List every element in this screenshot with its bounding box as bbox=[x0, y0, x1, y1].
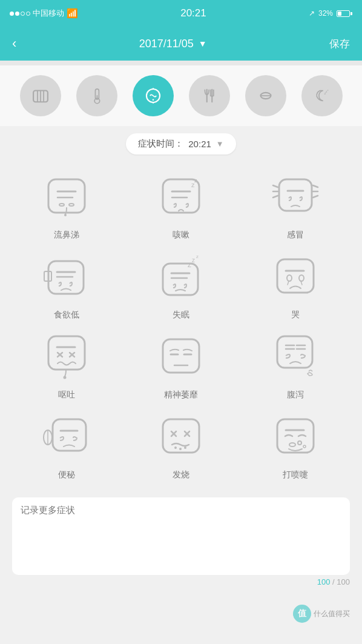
svg-rect-44 bbox=[163, 264, 198, 295]
time-selector-arrow[interactable]: ▼ bbox=[216, 139, 224, 148]
symptom-cough[interactable]: z z 咳嗽 bbox=[127, 170, 235, 241]
diarrhea-icon bbox=[268, 330, 323, 385]
svg-line-32 bbox=[313, 185, 318, 187]
svg-text:z: z bbox=[192, 257, 195, 264]
svg-point-49 bbox=[287, 275, 292, 281]
symptom-fatigue[interactable]: 精神萎靡 bbox=[127, 330, 235, 400]
tab-sleep[interactable]: z z z bbox=[301, 75, 343, 116]
watermark-icon: 值 bbox=[293, 605, 311, 623]
svg-point-80 bbox=[184, 446, 186, 449]
svg-rect-60 bbox=[163, 339, 199, 373]
svg-text:z: z bbox=[196, 254, 199, 259]
text-area-wrap bbox=[12, 497, 350, 575]
fever-icon bbox=[154, 410, 208, 465]
svg-point-50 bbox=[299, 275, 304, 281]
svg-point-22 bbox=[69, 204, 74, 206]
status-left: 中国移动 📶 bbox=[10, 8, 78, 19]
bottom-area: 值 什么值得买 bbox=[0, 586, 362, 635]
time-selector-label: 症状时间： bbox=[138, 138, 183, 150]
vomit-icon bbox=[39, 330, 94, 385]
tab-diet[interactable] bbox=[189, 75, 230, 116]
svg-rect-71 bbox=[53, 419, 86, 451]
symptom-sneeze[interactable]: 打喷嚏 bbox=[242, 410, 350, 480]
date-dropdown-arrow[interactable]: ▼ bbox=[199, 39, 207, 48]
svg-text:z: z bbox=[327, 88, 328, 91]
constipation-icon bbox=[39, 410, 94, 465]
svg-rect-81 bbox=[277, 419, 314, 453]
svg-line-51 bbox=[288, 281, 289, 285]
battery-percent: 32% bbox=[318, 9, 333, 18]
svg-rect-64 bbox=[277, 336, 312, 368]
low-appetite-icon bbox=[39, 250, 94, 305]
nav-bar: ‹ 2017/11/05 ▼ 保存 bbox=[0, 27, 362, 61]
cry-icon bbox=[268, 250, 323, 305]
time-selector-value: 20:21 bbox=[188, 139, 211, 149]
save-button[interactable]: 保存 bbox=[329, 37, 350, 51]
nav-title-group: 2017/11/05 ▼ bbox=[139, 38, 207, 50]
cold-label: 感冒 bbox=[287, 230, 304, 241]
constipation-label: 便秘 bbox=[58, 470, 75, 480]
cold-icon bbox=[268, 170, 323, 225]
svg-text:z: z bbox=[188, 261, 191, 269]
svg-point-83 bbox=[289, 443, 295, 446]
carrier-label: 中国移动 bbox=[33, 8, 64, 19]
svg-rect-35 bbox=[279, 179, 312, 211]
tab-symptom[interactable] bbox=[133, 75, 174, 116]
tab-medicine[interactable] bbox=[245, 75, 286, 116]
symptom-vomit[interactable]: 呕吐 bbox=[12, 330, 120, 400]
status-time: 20:21 bbox=[180, 7, 206, 19]
symptom-runny-nose[interactable]: 流鼻涕 bbox=[12, 170, 120, 241]
watermark-text: 什么值得买 bbox=[314, 609, 350, 619]
tab-weight[interactable] bbox=[20, 75, 61, 116]
location-icon: ↗ bbox=[309, 9, 315, 18]
notes-textarea[interactable] bbox=[21, 505, 341, 565]
vomit-label: 呕吐 bbox=[58, 390, 75, 400]
svg-point-59 bbox=[63, 376, 66, 379]
svg-point-78 bbox=[174, 446, 177, 449]
diarrhea-label: 腹泻 bbox=[287, 390, 304, 400]
tab-bar: z z z bbox=[0, 65, 362, 126]
char-count: 100 / 100 bbox=[0, 577, 362, 586]
fever-label: 发烧 bbox=[173, 470, 189, 480]
symptom-constipation[interactable]: 便秘 bbox=[12, 410, 120, 480]
symptom-low-appetite[interactable]: 食欲低 bbox=[12, 250, 120, 320]
svg-point-85 bbox=[303, 445, 306, 448]
cough-icon: z z bbox=[154, 170, 208, 225]
symptom-cold[interactable]: 感冒 bbox=[242, 170, 350, 241]
battery-icon bbox=[337, 10, 352, 17]
symptom-insomnia[interactable]: z z z 失眠 bbox=[127, 250, 235, 320]
current-count: 100 bbox=[317, 577, 331, 586]
symptom-grid: 流鼻涕 z z 咳嗽 bbox=[0, 164, 362, 493]
svg-text:z: z bbox=[194, 178, 197, 184]
svg-point-23 bbox=[64, 214, 67, 216]
dot1 bbox=[10, 12, 14, 16]
svg-rect-47 bbox=[277, 259, 314, 293]
symptom-fever[interactable]: 发烧 bbox=[127, 410, 235, 480]
sneeze-icon bbox=[268, 410, 323, 465]
back-button[interactable]: ‹ bbox=[12, 36, 16, 51]
signal-dots bbox=[10, 12, 30, 16]
total-count: / bbox=[332, 577, 335, 586]
status-right: ↗ 32% bbox=[309, 9, 352, 18]
low-appetite-label: 食欲低 bbox=[54, 310, 79, 320]
svg-point-21 bbox=[59, 204, 64, 206]
sneeze-label: 打喷嚏 bbox=[283, 470, 308, 480]
dot4 bbox=[26, 12, 30, 16]
svg-line-34 bbox=[313, 196, 318, 198]
fatigue-label: 精神萎靡 bbox=[164, 390, 198, 400]
status-bar: 中国移动 📶 20:21 ↗ 32% bbox=[0, 0, 362, 27]
runny-nose-icon bbox=[39, 170, 94, 225]
time-selector[interactable]: 症状时间： 20:21 ▼ bbox=[126, 133, 235, 154]
tab-temp[interactable] bbox=[76, 75, 117, 116]
nav-divider bbox=[0, 61, 362, 65]
svg-rect-73 bbox=[163, 419, 199, 453]
wifi-icon: 📶 bbox=[67, 8, 78, 19]
fatigue-icon bbox=[154, 330, 208, 385]
svg-point-84 bbox=[298, 441, 301, 445]
insomnia-icon: z z z bbox=[154, 250, 208, 305]
symptom-diarrhea[interactable]: 腹泻 bbox=[242, 330, 350, 400]
total-count-value: 100 bbox=[337, 577, 350, 586]
dot3 bbox=[21, 12, 25, 16]
symptom-cry[interactable]: 哭 bbox=[242, 250, 350, 320]
nav-date: 2017/11/05 bbox=[139, 38, 194, 50]
